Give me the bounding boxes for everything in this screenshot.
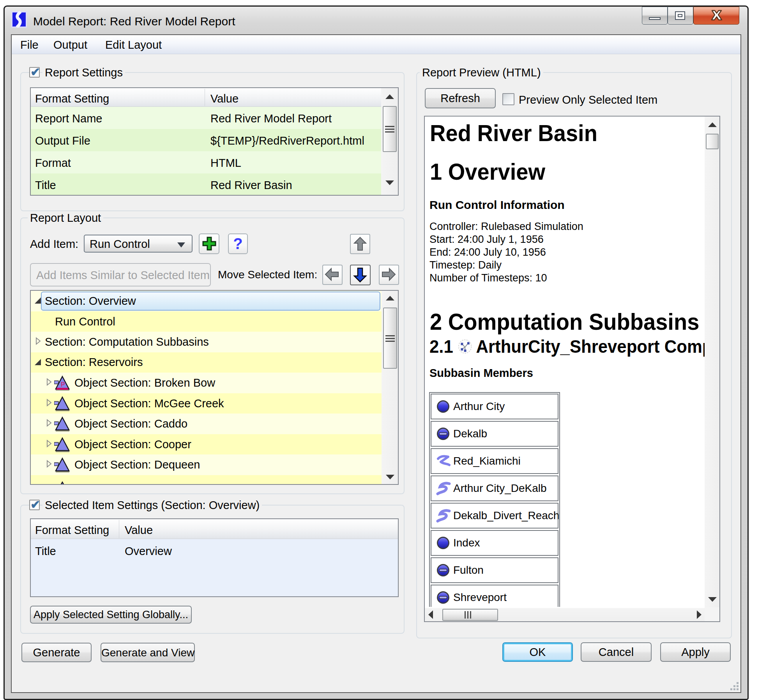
svg-text:P: P bbox=[61, 381, 65, 388]
